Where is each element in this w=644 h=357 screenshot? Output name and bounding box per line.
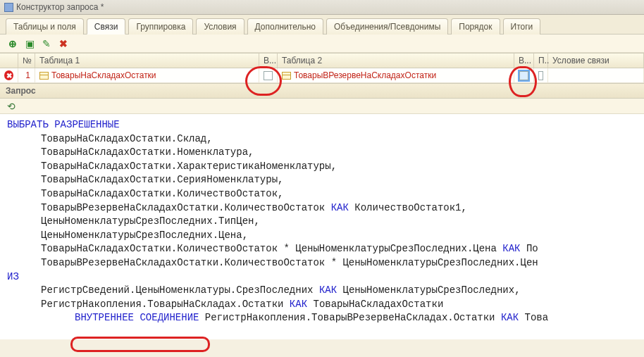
col-header-p: П.. [534, 54, 548, 68]
refresh-query-button[interactable]: ⟲ [4, 99, 18, 113]
query-toolbar: ⟲ [0, 99, 644, 114]
tab-conditions[interactable]: Условия [196, 18, 244, 35]
tab-grouping[interactable]: Группировка [128, 18, 193, 35]
row-table1[interactable]: ТоварыНаСкладахОстатки [35, 68, 259, 82]
joins-toolbar: ⊕ ▣ ✎ ✖ [0, 35, 644, 53]
add-button[interactable]: ⊕ [6, 37, 20, 51]
p-checkbox[interactable] [538, 71, 543, 80]
tab-totals[interactable]: Итоги [503, 18, 541, 35]
col-header-all1: В... [259, 54, 278, 68]
col-header-table1: Таблица 1 [35, 54, 259, 68]
col-header-no: № [18, 54, 35, 68]
table-icon [39, 72, 49, 80]
edit-button[interactable]: ✎ [39, 37, 54, 51]
col-header-table2: Таблица 2 [278, 54, 514, 68]
tab-tables-fields[interactable]: Таблицы и поля [6, 18, 84, 35]
error-icon: ✖ [4, 70, 13, 80]
tab-advanced[interactable]: Дополнительно [247, 18, 323, 35]
query-text[interactable]: ВЫБРАТЬ РАЗРЕШЕННЫЕ ТоварыНаСкладахОстат… [0, 114, 644, 339]
row-table2[interactable]: ТоварыВРезервеНаСкладахОстатки [278, 68, 514, 82]
window-titlebar: Конструктор запроса * [0, 0, 644, 15]
col-header-all2: В... [514, 54, 534, 68]
join-row[interactable]: ✖ 1 ТоварыНаСкладахОстатки ТоварыВРезерв… [0, 68, 644, 83]
app-icon [4, 3, 13, 12]
grid-header: № Таблица 1 В... Таблица 2 В... П.. Усло… [0, 53, 644, 68]
query-section-label: Запрос [0, 83, 644, 99]
copy-button[interactable]: ▣ [23, 37, 37, 51]
all-checkbox-2[interactable] [519, 71, 528, 80]
tab-joins[interactable]: Связи [87, 18, 126, 35]
col-header-condition: Условие связи [548, 54, 644, 68]
row-condition[interactable] [548, 68, 644, 82]
all-checkbox-1[interactable] [264, 71, 273, 80]
delete-button[interactable]: ✖ [56, 37, 70, 51]
tabs-bar: Таблицы и поля Связи Группировка Условия… [0, 15, 644, 35]
tab-unions-aliases[interactable]: Объединения/Псевдонимы [326, 18, 448, 35]
table-icon [282, 72, 291, 80]
window-title: Конструктор запроса * [16, 2, 104, 12]
tab-order[interactable]: Порядок [451, 18, 500, 35]
query-constructor-window: Конструктор запроса * Таблицы и поля Свя… [0, 0, 644, 339]
row-number: 1 [18, 68, 35, 82]
